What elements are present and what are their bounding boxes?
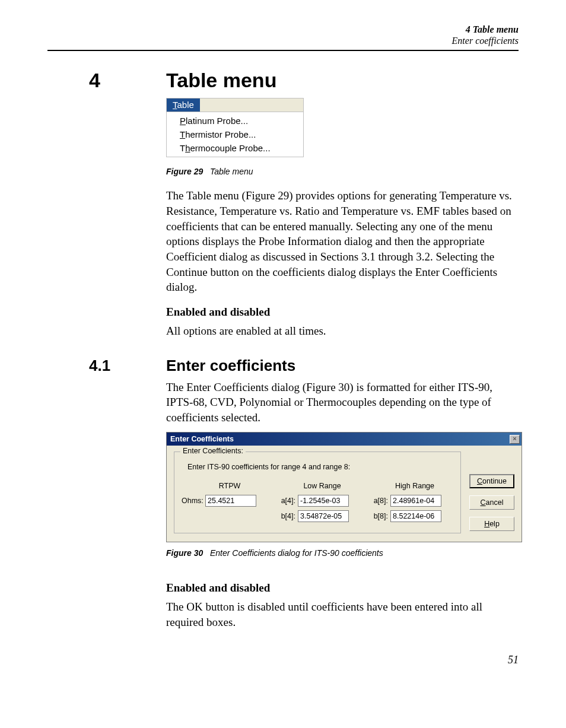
enter-coefficients-groupbox: Enter Coefficients: Enter ITS-90 coeffic… bbox=[174, 452, 461, 533]
figure-30-label: Figure 30 bbox=[166, 548, 203, 558]
a4-input[interactable] bbox=[298, 495, 349, 507]
b8-label: b[8]: bbox=[367, 512, 388, 520]
figure-29-caption: Figure 29 Table menu bbox=[166, 167, 519, 176]
figure-29-text: Table menu bbox=[210, 167, 253, 176]
page: 4 Table menu Enter coefficients 4 Table … bbox=[0, 0, 566, 690]
b8-input[interactable] bbox=[390, 510, 441, 522]
section-number: 4 bbox=[47, 69, 166, 92]
a8-row: a[8]: bbox=[367, 495, 441, 507]
groupbox-description: Enter ITS-90 coefficients for range 4 an… bbox=[187, 463, 452, 471]
cancel-button[interactable]: Cancel bbox=[469, 495, 514, 510]
continue-button[interactable]: Continue bbox=[469, 474, 514, 488]
menu-item-platinum[interactable]: Platinum Probe... bbox=[167, 114, 303, 128]
high-range-header: High Range bbox=[367, 482, 441, 490]
a4-label: a[4]: bbox=[274, 497, 295, 505]
a8-label: a[8]: bbox=[367, 497, 388, 505]
subsection-title: Enter coefficients bbox=[166, 357, 295, 375]
low-range-header: Low Range bbox=[274, 482, 349, 490]
high-range-column: High Range a[8]: b[8]: bbox=[367, 482, 441, 522]
menu-popup: Platinum Probe... Thermistor Probe... Th… bbox=[167, 112, 303, 157]
ohms-label: Ohms: bbox=[182, 497, 203, 505]
content-block-1: Table Platinum Probe... Thermistor Probe… bbox=[166, 98, 519, 338]
subsection-heading: 4.1 Enter coefficients bbox=[47, 357, 519, 375]
table-menu-screenshot: Table Platinum Probe... Thermistor Probe… bbox=[166, 98, 304, 157]
enter-coefficients-dialog: Enter Coefficients × Enter Coefficients:… bbox=[166, 432, 522, 542]
enabled-disabled-body-1: All options are enabled at all times. bbox=[166, 323, 519, 339]
enabled-disabled-body-2: The OK button is disabled until coeffici… bbox=[166, 599, 519, 630]
low-range-column: Low Range a[4]: b[4]: bbox=[274, 482, 349, 522]
b4-row: b[4]: bbox=[274, 510, 349, 522]
close-icon[interactable]: × bbox=[510, 435, 520, 444]
rtpw-header: RTPW bbox=[182, 482, 256, 490]
running-head-line1: 4 Table menu bbox=[47, 24, 519, 35]
figure-30-text: Enter Coefficients dialog for ITS-90 coe… bbox=[210, 548, 383, 558]
ohms-row: Ohms: bbox=[182, 495, 256, 507]
coefficient-columns: RTPW Ohms: Low Range a[4]: bbox=[182, 482, 453, 522]
page-number: 51 bbox=[47, 654, 519, 666]
menu-bar-item-table[interactable]: Table bbox=[167, 98, 200, 112]
b4-label: b[4]: bbox=[274, 512, 295, 520]
menu-item-thermistor[interactable]: Thermistor Probe... bbox=[167, 128, 303, 141]
b4-input[interactable] bbox=[298, 510, 349, 522]
ohms-input[interactable] bbox=[205, 495, 256, 507]
menu-item-thermocouple[interactable]: Thermocouple Probe... bbox=[167, 141, 303, 155]
paragraph-table-menu: The Table menu (Figure 29) provides opti… bbox=[166, 188, 519, 294]
running-head-line2: Enter coefficients bbox=[47, 35, 519, 46]
dialog-body: Enter Coefficients: Enter ITS-90 coeffic… bbox=[167, 446, 522, 542]
running-head: 4 Table menu Enter coefficients bbox=[47, 24, 519, 46]
subsection-number: 4.1 bbox=[47, 357, 166, 375]
b8-row: b[8]: bbox=[367, 510, 441, 522]
section-heading: 4 Table menu bbox=[47, 69, 519, 92]
rtpw-column: RTPW Ohms: bbox=[182, 482, 256, 507]
content-block-2: The Enter Coefficients dialog (Figure 30… bbox=[166, 380, 519, 630]
paragraph-enter-coeff: The Enter Coefficients dialog (Figure 30… bbox=[166, 380, 519, 425]
groupbox-title: Enter Coefficients: bbox=[180, 447, 246, 455]
dialog-titlebar: Enter Coefficients × bbox=[167, 433, 522, 446]
menu-bar: Table bbox=[167, 98, 303, 112]
a4-row: a[4]: bbox=[274, 495, 349, 507]
section-title: Table menu bbox=[166, 69, 276, 92]
enabled-disabled-head-1: Enabled and disabled bbox=[166, 306, 519, 319]
help-button[interactable]: Help bbox=[469, 517, 514, 531]
a8-input[interactable] bbox=[390, 495, 441, 507]
dialog-buttons: Continue Cancel Help bbox=[469, 452, 514, 533]
enabled-disabled-head-2: Enabled and disabled bbox=[166, 581, 519, 595]
figure-30-caption: Figure 30 Enter Coefficients dialog for … bbox=[166, 548, 519, 558]
dialog-title: Enter Coefficients bbox=[170, 435, 234, 443]
figure-29-label: Figure 29 bbox=[166, 167, 203, 176]
header-rule bbox=[47, 50, 519, 51]
